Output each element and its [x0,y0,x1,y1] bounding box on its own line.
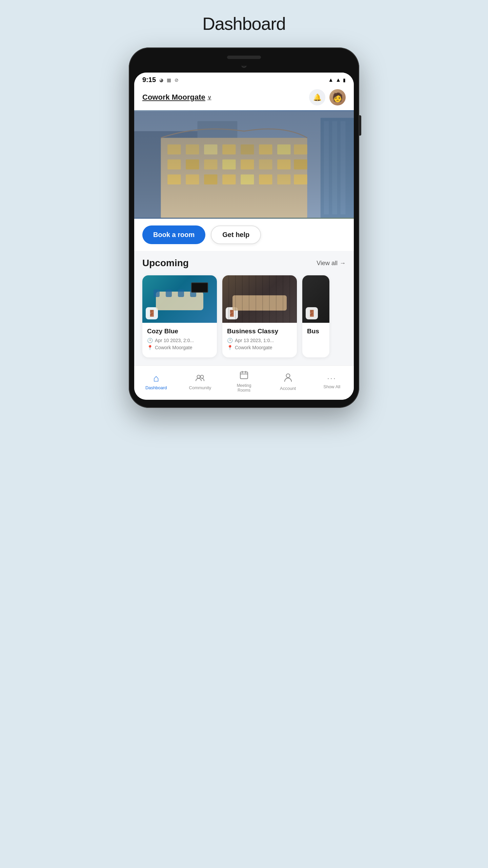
svg-point-39 [286,374,290,377]
status-bar: 9:15 ◕ ▦ ⊘ ▲ ▲ ▮ [134,73,354,86]
hero-image [134,110,354,219]
location-selector[interactable]: Cowork Moorgate ∨ [142,93,211,102]
card-partial[interactable]: 🚪 Bus [302,275,329,357]
nav-dashboard-label: Dashboard [145,385,167,391]
nav-account[interactable]: Account [274,373,302,391]
signal-icon: ▲ [336,77,341,83]
phone-screen: 9:15 ◕ ▦ ⊘ ▲ ▲ ▮ Cowork Moorgate ∨ 🔔 [134,73,354,400]
card-location-2: 📍 Cowork Moorgate [227,345,292,350]
nav-dashboard[interactable]: ⌂ Dashboard [143,373,170,391]
svg-point-34 [201,375,204,378]
get-help-button[interactable]: Get help [211,225,261,244]
camera [241,62,247,68]
bell-icon: 🔔 [313,93,322,101]
card-date-1: 🕐 Apr 10 2023, 2:0... [147,338,212,343]
nav-account-label: Account [280,386,296,391]
avatar-image: 🧑 [332,92,343,103]
more-icon: ··· [327,374,337,383]
power-button [359,115,361,136]
clock-icon-2: 🕐 [227,338,233,343]
speaker [227,56,261,59]
cta-row: Book a room Get help [134,219,354,251]
book-room-button[interactable]: Book a room [142,225,205,244]
calendar-icon [240,371,248,382]
svg-point-33 [197,375,200,378]
card-body-2: Business Classy 🕐 Apr 13 2023, 1:0... 📍 … [222,323,297,357]
card-cozy-blue[interactable]: 🚪 Cozy Blue 🕐 Apr 10 2023, 2:0... 📍 Cowo… [142,275,217,357]
view-all-label: View all [317,260,338,267]
notification-bell-button[interactable]: 🔔 [309,89,325,105]
upcoming-header: Upcoming View all → [134,251,354,273]
app-header: Cowork Moorgate ∨ 🔔 🧑 [134,86,354,110]
home-icon: ⌂ [153,373,159,384]
card-image-2: 🚪 [222,275,297,323]
nav-meeting-rooms[interactable]: Meeting Rooms [230,371,258,393]
bottom-nav: ⌂ Dashboard Community [134,366,354,400]
avatar[interactable]: 🧑 [329,89,346,105]
nav-show-all[interactable]: ··· Show All [318,374,345,390]
upcoming-title: Upcoming [142,258,189,269]
account-icon [284,373,292,384]
location-icon-2: 📍 [227,345,233,350]
clock-icon-1: 🕐 [147,338,153,343]
header-actions: 🔔 🧑 [309,89,346,105]
card-body-1: Cozy Blue 🕐 Apr 10 2023, 2:0... 📍 Cowork… [142,323,217,357]
arrow-right-icon: → [340,260,346,267]
community-icon [195,373,205,384]
card-image-1: 🚪 [142,275,217,323]
nav-community-label: Community [189,385,211,391]
nav-community[interactable]: Community [186,373,214,391]
card-location-1: 📍 Cowork Moorgate [147,345,212,350]
chevron-down-icon: ∨ [207,94,211,101]
status-right-icons: ▲ ▲ ▮ [328,77,346,83]
building-illustration [134,110,354,219]
battery-icon: ▮ [343,77,346,83]
cards-row: 🚪 Cozy Blue 🕐 Apr 10 2023, 2:0... 📍 Cowo… [134,273,354,366]
location-name: Cowork Moorgate [142,93,205,102]
card-name-1: Cozy Blue [147,328,212,335]
nav-meeting-rooms-label: Meeting Rooms [237,383,251,393]
wifi-icon: ▲ [328,77,333,83]
card-body-3: Bus [302,323,329,343]
status-time: 9:15 [142,76,156,84]
location-icon-1: 📍 [147,345,153,350]
page-title: Dashboard [202,14,285,34]
svg-rect-35 [240,372,248,379]
nav-show-all-label: Show All [323,384,340,390]
card-date-2: 🕐 Apr 13 2023, 1:0... [227,338,292,343]
card-business-classy[interactable]: 🚪 Business Classy 🕐 Apr 13 2023, 1:0... … [222,275,297,357]
card-name-3: Bus [307,328,325,335]
card-image-3: 🚪 [302,275,329,323]
phone-frame: 9:15 ◕ ▦ ⊘ ▲ ▲ ▮ Cowork Moorgate ∨ 🔔 [129,47,359,408]
svg-rect-32 [134,111,354,218]
status-icon-1: ◕ [159,77,163,83]
status-icon-2: ▦ [167,77,171,83]
card-name-2: Business Classy [227,328,292,335]
room-icon-3: 🚪 [306,307,318,319]
status-icon-3: ⊘ [175,77,179,83]
view-all-button[interactable]: View all → [317,260,346,267]
